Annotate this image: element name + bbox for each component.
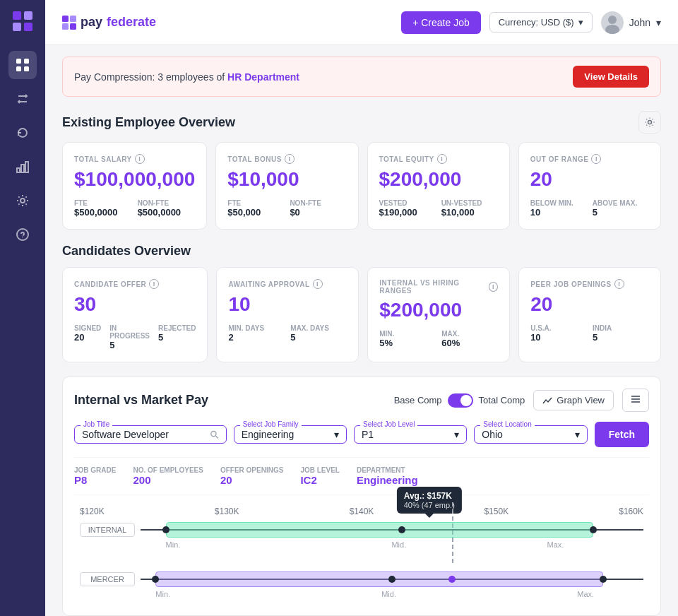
svg-rect-6 [16,66,21,71]
toggle-thumb [460,395,472,406]
location-filter[interactable]: Select Location Ohio ▾ [474,425,587,444]
svg-rect-8 [17,168,20,172]
mercer-purple-track [155,571,603,587]
candidates-overview-cards: CANDIDATE OFFER i 30 SIGNED 20 IN PROGRE… [62,267,661,362]
chart-area: $120K $130K $140K $150K $160K Avg.: $157… [74,507,649,598]
comp-toggle-switch[interactable] [448,393,473,408]
awaiting-approval-label: AWAITING APPROVAL i [228,279,347,289]
bonus-fte: FTE $50,000 [227,199,284,218]
svg-point-17 [608,16,617,24]
candidates-overview-title: Candidates Overview [62,244,191,259]
mercer-label: MERCER [80,572,135,586]
bonus-non-fte: NON-FTE $0 [290,199,346,218]
internal-vs-hiring-label: INTERNAL VS HIRING RANGES i [379,279,498,295]
ivh-min: MIN. 5% [379,330,436,348]
peer-job-openings-card: PEER JOB OPENINGS i 20 U.S.A. 10 INDIA 5 [518,267,661,362]
content-area: Pay Compression: 3 employees of HR Depar… [45,45,678,616]
mercer-axis-labels: Min. Mid. Max. [141,590,643,598]
svg-rect-14 [70,16,76,22]
job-family-filter-label: Select Job Family [240,420,302,428]
job-title-filter-label: Job Title [81,420,112,428]
sidebar [0,0,45,616]
view-details-button[interactable]: View Details [573,66,649,88]
sidebar-item-chart[interactable] [8,153,37,181]
total-salary-value: $100,000,000 [74,168,195,191]
job-level-filter-label: Select Job Level [360,420,417,428]
create-job-button[interactable]: + Create Job [401,11,481,34]
awaiting-approval-info-icon: i [313,279,323,289]
svg-rect-9 [21,165,24,172]
stat-offer-openings: OFFER OPENINGS 20 [220,466,283,486]
above-max: ABOVE MAX. 5 [593,199,649,218]
mercer-min-marker [152,576,159,583]
total-bonus-subs: FTE $50,000 NON-FTE $0 [227,199,346,218]
svg-line-24 [216,436,218,438]
graph-view-button[interactable]: Graph View [533,390,614,410]
comp-toggle: Base Comp Total Comp [394,393,525,408]
mercer-mid-marker [388,576,396,583]
internal-max-marker [590,526,597,533]
peer-job-openings-subs: U.S.A. 10 INDIA 5 [530,324,649,343]
base-comp-label: Base Comp [394,395,442,405]
awaiting-approval-value: 10 [228,293,347,316]
sidebar-item-grid[interactable] [8,51,37,79]
candidate-offer-card: CANDIDATE OFFER i 30 SIGNED 20 IN PROGRE… [62,267,208,362]
sidebar-item-help[interactable] [8,220,37,249]
settings-gear-icon[interactable] [638,111,661,134]
job-level-select[interactable]: P1 ▾ [362,429,459,440]
svg-rect-0 [13,11,21,20]
internal-range-row: Avg.: $157K 40% (47 emp.) INTERNAL [80,522,643,549]
job-title-input-wrap [82,429,219,440]
internal-mid-marker [398,526,405,533]
svg-rect-15 [62,23,69,30]
candidate-offer-info-icon: i [149,279,159,289]
equity-unvested: UN-VESTED $10,000 [441,199,498,218]
mercer-track-container [141,571,643,587]
sidebar-item-settings[interactable] [8,186,37,215]
signed: SIGNED 20 [74,324,101,350]
sidebar-item-refresh[interactable] [8,119,37,147]
job-level-filter[interactable]: Select Job Level P1 ▾ [354,425,467,444]
svg-rect-5 [24,59,29,64]
logo-federate: federate [107,15,156,30]
min-days: MIN. DAYS 2 [228,324,285,343]
job-family-filter[interactable]: Select Job Family Engineering ▾ [234,425,347,444]
total-comp-label: Total Comp [479,395,525,405]
filter-row: Job Title Select Job Family Engineering … [74,422,649,447]
chevron-down-icon: ▾ [454,429,459,440]
header-actions: + Create Job Currency: USD ($) ▾ John ▾ [401,11,661,34]
job-family-select[interactable]: Engineering ▾ [242,429,339,440]
awaiting-approval-subs: MIN. DAYS 2 MAX. DAYS 5 [228,324,347,343]
usa: U.S.A. 10 [530,324,587,343]
peer-job-openings-value: 20 [530,293,649,316]
below-min: BELOW MIN. 10 [530,199,587,218]
header: payfederate + Create Job Currency: USD (… [45,0,678,45]
job-title-input[interactable] [82,429,206,440]
user-name: John [629,17,650,28]
total-equity-value: $200,000 [379,168,498,191]
max-days: MAX. DAYS 5 [290,324,347,343]
chevron-down-icon: ▾ [575,429,580,440]
chevron-down-icon: ▾ [578,17,583,28]
out-of-range-info-icon: i [591,154,601,164]
fetch-button[interactable]: Fetch [595,422,649,447]
list-view-button[interactable] [622,389,649,412]
search-icon [210,430,219,439]
out-of-range-card: OUT OF RANGE i 20 BELOW MIN. 10 ABOVE MA… [518,142,661,230]
main-area: payfederate + Create Job Currency: USD (… [45,0,678,616]
user-chevron-icon: ▾ [656,17,661,28]
location-select[interactable]: Ohio ▾ [482,429,579,440]
ivmp-header: Internal vs Market Pay Base Comp Total C… [74,389,649,412]
awaiting-approval-card: AWAITING APPROVAL i 10 MIN. DAYS 2 MAX. … [216,267,359,362]
sidebar-item-transfers[interactable] [8,85,37,113]
internal-green-track [166,522,593,538]
total-salary-card: TOTAL SALARY i $100,000,000 FTE $500,000… [62,142,207,230]
stat-num-employees: NO. OF EMPLOYEES 200 [133,466,203,486]
internal-min-marker [162,526,170,533]
currency-selector[interactable]: Currency: USD ($) ▾ [489,12,593,32]
user-menu[interactable]: John ▾ [601,11,661,34]
pay-compression-alert: Pay Compression: 3 employees of HR Depar… [62,57,661,97]
mercer-range: MERCER [80,571,643,587]
equity-vested: VESTED $190,000 [379,199,436,218]
total-equity-info-icon: i [437,154,447,164]
